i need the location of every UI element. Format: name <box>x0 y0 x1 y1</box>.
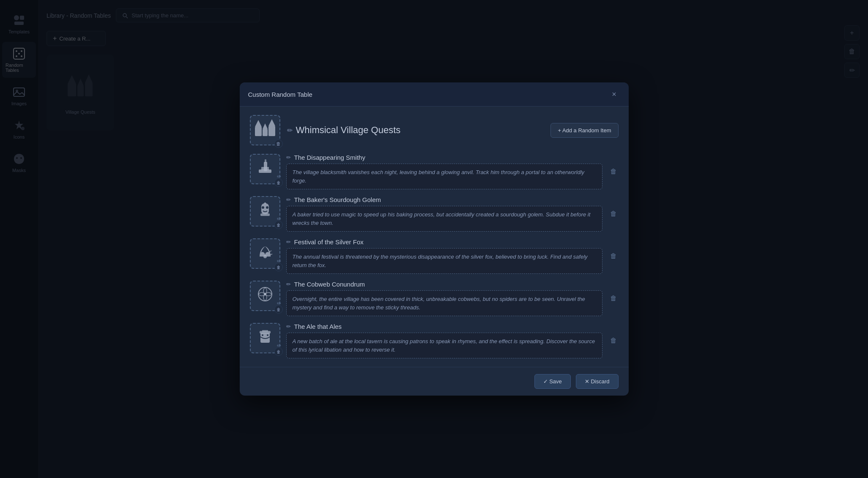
item-trash-icon-item-1: 🗑 <box>610 168 617 175</box>
svg-rect-42 <box>262 330 268 332</box>
item-desc-item-4: Overnight, the entire village has been c… <box>293 296 585 311</box>
item-desc-wrapper-item-5: A new batch of ale at the local tavern i… <box>286 333 602 358</box>
item-icon-item-1[interactable]: 🗑 <box>250 154 280 184</box>
item-icon-item-5[interactable]: 🗑 <box>250 323 280 353</box>
item-name-item-5: The Ale that Ales <box>294 323 342 330</box>
svg-point-37 <box>263 255 267 258</box>
item-name-pencil-item-2[interactable]: ✏ <box>286 197 291 203</box>
item-name-pencil-item-5[interactable]: ✏ <box>286 323 291 330</box>
discard-button-label: ✕ Discard <box>585 378 610 385</box>
item-delete-button-item-3[interactable]: 🗑 <box>608 251 619 262</box>
svg-point-44 <box>267 334 268 336</box>
svg-point-35 <box>266 206 268 209</box>
discard-button[interactable]: ✕ Discard <box>576 374 619 389</box>
custom-random-table-modal: Custom Random Table × <box>240 82 629 396</box>
trash-icon-item-4: 🗑 <box>277 307 281 312</box>
item-icon-img-item-5 <box>256 328 274 349</box>
modal-overlay: Custom Random Table × <box>0 0 868 478</box>
item-desc-pencil-item-3[interactable]: ✏ <box>277 258 281 264</box>
item-content-item-4: ✏ The Cobweb Conundrum ✏ Overnight, the … <box>286 281 602 316</box>
item-icon-img-item-3 <box>256 243 274 264</box>
item-name-row-item-4: ✏ The Cobweb Conundrum <box>286 281 602 288</box>
item-name-pencil-item-1[interactable]: ✏ <box>286 154 291 161</box>
save-button-label: ✓ Save <box>543 378 562 385</box>
item-desc-pencil-item-4[interactable]: ✏ <box>277 300 281 306</box>
svg-rect-33 <box>260 213 270 216</box>
item-desc-item-5: A new batch of ale at the local tavern i… <box>293 338 595 353</box>
item-desc-item-3: The annual festival is threatened by the… <box>293 254 588 268</box>
svg-rect-32 <box>261 203 269 214</box>
save-button[interactable]: ✓ Save <box>534 374 571 389</box>
item-name-row-item-1: ✏ The Disappearing Smithy <box>286 154 602 161</box>
modal-header-left: 🗑 ✏ Whimsical Village Quests <box>250 115 401 145</box>
item-desc-item-1: The village blacksmith vanishes each nig… <box>293 169 585 184</box>
table-icon-delete-button[interactable]: 🗑 <box>274 139 283 148</box>
item-desc-wrapper-item-3: The annual festival is threatened by the… <box>286 248 602 274</box>
item-delete-button-item-5[interactable]: 🗑 <box>608 335 619 346</box>
item-trash-icon-item-3: 🗑 <box>610 252 617 260</box>
item-delete-button-item-1[interactable]: 🗑 <box>608 166 619 177</box>
item-name-item-2: The Baker's Sourdough Golem <box>294 196 381 203</box>
item-icon-img-item-2 <box>256 201 274 222</box>
svg-point-34 <box>262 206 264 209</box>
item-icon-delete-item-4[interactable]: 🗑 <box>274 305 283 314</box>
item-row-item-2: 🗑 ✏ The Baker's Sourdough Golem ✏ A bake… <box>250 196 619 232</box>
item-content-item-3: ✏ Festival of the Silver Fox ✏ The annua… <box>286 238 602 274</box>
item-name-item-4: The Cobweb Conundrum <box>294 281 365 288</box>
table-title-area: ✏ Whimsical Village Quests <box>287 125 401 136</box>
svg-rect-36 <box>264 202 266 204</box>
item-delete-button-item-2[interactable]: 🗑 <box>608 208 619 219</box>
item-name-row-item-3: ✏ Festival of the Silver Fox <box>286 238 602 246</box>
item-icon-item-2[interactable]: 🗑 <box>250 196 280 227</box>
item-name-row-item-2: ✏ The Baker's Sourdough Golem <box>286 196 602 203</box>
item-content-item-5: ✏ The Ale that Ales ✏ A new batch of ale… <box>286 323 602 358</box>
item-name-item-3: Festival of the Silver Fox <box>294 238 364 246</box>
item-desc-pencil-item-5[interactable]: ✏ <box>277 343 281 349</box>
item-trash-icon-item-5: 🗑 <box>610 337 617 344</box>
svg-rect-22 <box>255 127 262 136</box>
item-row-item-3: 🗑 ✏ Festival of the Silver Fox ✏ The ann… <box>250 238 619 274</box>
title-edit-pencil[interactable]: ✏ <box>287 126 293 134</box>
svg-marker-27 <box>268 119 275 126</box>
item-content-item-1: ✏ The Disappearing Smithy ✏ The village … <box>286 154 602 189</box>
item-desc-pencil-item-1[interactable]: ✏ <box>277 174 281 180</box>
modal-footer: ✓ Save ✕ Discard <box>240 367 629 396</box>
trash-icon-item-2: 🗑 <box>277 223 281 227</box>
item-trash-icon-item-4: 🗑 <box>610 295 617 302</box>
item-content-item-2: ✏ The Baker's Sourdough Golem ✏ A baker … <box>286 196 602 232</box>
item-icon-delete-item-2[interactable]: 🗑 <box>274 221 283 229</box>
item-icon-item-3[interactable]: 🗑 <box>250 238 280 269</box>
trash-icon-item-1: 🗑 <box>277 180 281 185</box>
add-random-item-label: + Add a Random Item <box>558 127 611 134</box>
add-random-item-button[interactable]: + Add a Random Item <box>550 123 618 138</box>
item-delete-button-item-4[interactable]: 🗑 <box>608 293 619 304</box>
item-name-pencil-item-4[interactable]: ✏ <box>286 281 291 287</box>
item-desc-wrapper-item-2: A baker tried to use magic to speed up h… <box>286 206 602 232</box>
svg-rect-30 <box>261 167 269 170</box>
modal-titlebar: Custom Random Table × <box>240 82 629 107</box>
item-name-row-item-5: ✏ The Ale that Ales <box>286 323 602 330</box>
item-desc-item-2: A baker tried to use magic to speed up h… <box>293 211 591 226</box>
trash-icon-small: 🗑 <box>276 141 281 146</box>
item-desc-wrapper-item-4: Overnight, the entire village has been c… <box>286 290 602 316</box>
item-trash-icon-item-2: 🗑 <box>610 210 617 218</box>
modal-close-button[interactable]: × <box>608 88 620 100</box>
items-list: 🗑 ✏ The Disappearing Smithy ✏ The villag… <box>240 154 629 367</box>
item-icon-delete-item-5[interactable]: 🗑 <box>274 347 283 356</box>
item-desc-pencil-item-2[interactable]: ✏ <box>277 216 281 222</box>
item-icon-item-4[interactable]: 🗑 <box>250 281 280 311</box>
item-row-item-1: 🗑 ✏ The Disappearing Smithy ✏ The villag… <box>250 154 619 189</box>
modal-title: Custom Random Table <box>248 91 312 98</box>
item-icon-img-item-4 <box>256 285 274 306</box>
svg-marker-23 <box>255 120 262 127</box>
item-row-item-5: 🗑 ✏ The Ale that Ales ✏ A new batch of a… <box>250 323 619 358</box>
item-icon-delete-item-1[interactable]: 🗑 <box>274 178 283 187</box>
modal-header: 🗑 ✏ Whimsical Village Quests + Add a Ran… <box>240 107 629 154</box>
item-row-item-4: 🗑 ✏ The Cobweb Conundrum ✏ Overnight, th… <box>250 281 619 316</box>
svg-point-43 <box>262 334 263 336</box>
item-name-pencil-item-3[interactable]: ✏ <box>286 239 291 245</box>
table-icon-picker[interactable]: 🗑 <box>250 115 280 145</box>
item-icon-img-item-1 <box>256 158 274 180</box>
svg-rect-31 <box>265 159 266 163</box>
item-icon-delete-item-3[interactable]: 🗑 <box>274 263 283 271</box>
